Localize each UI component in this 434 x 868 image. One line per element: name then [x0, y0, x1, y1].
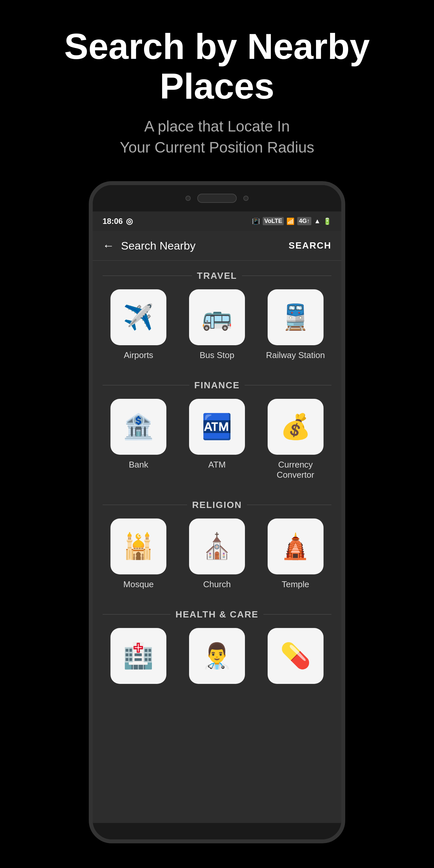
- atm-icon: 🏧: [202, 414, 232, 439]
- bus-stop-icon-box: 🚌: [189, 289, 245, 345]
- hero-subtitle: A place that Locate InYour Current Posit…: [20, 116, 414, 158]
- status-bar: 18:06 ◎ 📳 VoLTE 📶 4G↑ ▲ 🔋: [93, 211, 341, 231]
- app-title: Search Nearby: [121, 239, 289, 252]
- travel-section: TRAVEL ✈️ Airports 🚌 Bus Stop: [93, 261, 341, 370]
- mosque-item[interactable]: 🕌 Mosque: [105, 519, 171, 590]
- finance-grid: 🏦 Bank 🏧 ATM 💰 Currency Convertor: [102, 399, 332, 480]
- currency-convertor-label: Currency Convertor: [263, 460, 329, 480]
- status-time: 18:06: [102, 217, 123, 226]
- status-left: 18:06 ◎: [102, 217, 133, 226]
- bus-stop-icon: 🚌: [202, 305, 232, 330]
- volte-icon: VoLTE: [263, 217, 284, 225]
- religion-line-right: [247, 505, 332, 505]
- health-care-label: HEALTH & CARE: [176, 609, 259, 620]
- signal-icon: ▲: [314, 217, 320, 225]
- hospital-icon-box: 🏥: [111, 628, 166, 684]
- airports-item[interactable]: ✈️ Airports: [105, 289, 171, 360]
- health-care-line-left: [102, 614, 170, 615]
- religion-header: RELIGION: [102, 500, 332, 510]
- hero-title: Search by Nearby Places: [20, 26, 414, 106]
- phone-top-bar: [93, 185, 341, 211]
- hero-section: Search by Nearby Places A place that Loc…: [0, 0, 434, 171]
- religion-grid: 🕌 Mosque ⛪ Church 🛕 Temple: [102, 519, 332, 590]
- phone-bottom: [93, 823, 341, 839]
- airports-label: Airports: [124, 350, 154, 360]
- search-button[interactable]: SEARCH: [289, 240, 332, 251]
- bank-icon-box: 🏦: [111, 399, 166, 455]
- mosque-icon: 🕌: [123, 534, 154, 559]
- doctor-icon-box: 👨‍⚕️: [189, 628, 245, 684]
- status-right: 📳 VoLTE 📶 4G↑ ▲ 🔋: [252, 217, 332, 225]
- travel-line-right: [242, 276, 332, 276]
- temple-icon-box: 🛕: [268, 519, 323, 575]
- pharmacy-item[interactable]: 💊: [263, 628, 329, 689]
- finance-line-right: [245, 385, 332, 385]
- back-button[interactable]: ←: [102, 239, 115, 252]
- church-item[interactable]: ⛪ Church: [184, 519, 250, 590]
- doctor-item[interactable]: 👨‍⚕️: [184, 628, 250, 689]
- railway-station-icon-box: 🚆: [268, 289, 323, 345]
- mosque-icon-box: 🕌: [111, 519, 166, 575]
- hospital-item[interactable]: 🏥: [105, 628, 171, 689]
- currency-convertor-icon: 💰: [280, 414, 311, 439]
- temple-label: Temple: [282, 579, 309, 590]
- religion-section: RELIGION 🕌 Mosque ⛪ Church: [93, 490, 341, 599]
- doctor-icon: 👨‍⚕️: [202, 644, 232, 668]
- travel-label: TRAVEL: [197, 271, 237, 281]
- phone-mockup: 18:06 ◎ 📳 VoLTE 📶 4G↑ ▲ 🔋 ← Search Nearb…: [89, 181, 345, 843]
- finance-section: FINANCE 🏦 Bank 🏧 ATM: [93, 370, 341, 490]
- airports-icon-box: ✈️: [111, 289, 166, 345]
- app-content: ← Search Nearby SEARCH TRAVEL ✈️ Airport…: [93, 231, 341, 823]
- religion-label: RELIGION: [192, 500, 242, 510]
- travel-line-left: [102, 276, 192, 276]
- temple-icon: 🛕: [280, 534, 311, 559]
- health-care-header: HEALTH & CARE: [102, 609, 332, 620]
- railway-station-label: Railway Station: [266, 350, 325, 360]
- pharmacy-icon: 💊: [280, 644, 311, 668]
- travel-grid: ✈️ Airports 🚌 Bus Stop 🚆 Railway Station: [102, 289, 332, 360]
- location-icon: ◎: [126, 217, 133, 226]
- bank-label: Bank: [129, 460, 148, 470]
- hospital-icon: 🏥: [123, 644, 154, 668]
- church-icon: ⛪: [202, 534, 232, 559]
- airports-icon: ✈️: [123, 305, 154, 330]
- health-care-section: HEALTH & CARE 🏥 👨‍⚕️ 💊: [93, 599, 341, 692]
- currency-convertor-item[interactable]: 💰 Currency Convertor: [263, 399, 329, 480]
- finance-header: FINANCE: [102, 380, 332, 391]
- bus-stop-label: Bus Stop: [199, 350, 235, 360]
- pharmacy-icon-box: 💊: [268, 628, 323, 684]
- network-icon: 4G↑: [297, 217, 311, 225]
- bank-item[interactable]: 🏦 Bank: [105, 399, 171, 480]
- railway-station-icon: 🚆: [280, 305, 311, 330]
- vibrate-icon: 📳: [252, 217, 260, 225]
- religion-line-left: [102, 505, 187, 505]
- camera-pill: [197, 194, 237, 203]
- mosque-label: Mosque: [123, 579, 154, 590]
- app-header: ← Search Nearby SEARCH: [93, 231, 341, 261]
- currency-convertor-icon-box: 💰: [268, 399, 323, 455]
- atm-item[interactable]: 🏧 ATM: [184, 399, 250, 480]
- wifi-icon: 📶: [286, 217, 294, 225]
- temple-item[interactable]: 🛕 Temple: [263, 519, 329, 590]
- finance-label: FINANCE: [194, 380, 240, 391]
- bus-stop-item[interactable]: 🚌 Bus Stop: [184, 289, 250, 360]
- church-icon-box: ⛪: [189, 519, 245, 575]
- finance-line-left: [102, 385, 189, 385]
- railway-station-item[interactable]: 🚆 Railway Station: [263, 289, 329, 360]
- church-label: Church: [203, 579, 231, 590]
- atm-icon-box: 🏧: [189, 399, 245, 455]
- health-care-grid: 🏥 👨‍⚕️ 💊: [102, 628, 332, 689]
- camera-dot-right: [243, 196, 249, 201]
- travel-header: TRAVEL: [102, 271, 332, 281]
- camera-dot-left: [185, 196, 191, 201]
- battery-icon: 🔋: [323, 217, 332, 225]
- bank-icon: 🏦: [123, 414, 154, 439]
- atm-label: ATM: [209, 460, 226, 470]
- health-care-line-right: [264, 614, 332, 615]
